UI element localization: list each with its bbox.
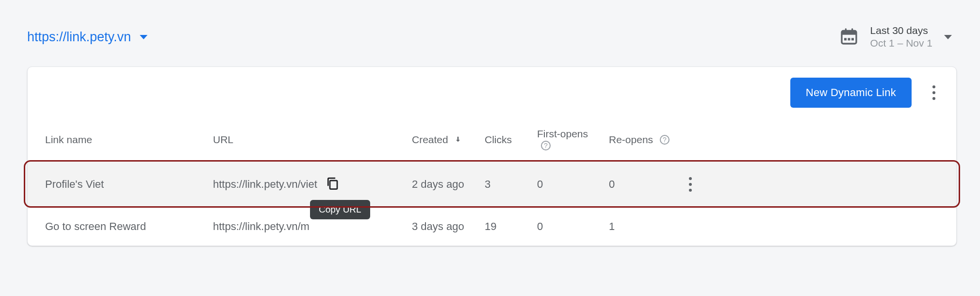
- col-url[interactable]: URL: [207, 118, 406, 162]
- domain-selector[interactable]: https://link.pety.vn: [27, 30, 147, 45]
- cell-link-name: Profile's Viet: [28, 161, 207, 207]
- col-link-name[interactable]: Link name: [28, 118, 207, 162]
- date-range-selector[interactable]: Last 30 days Oct 1 – Nov 1: [839, 24, 957, 50]
- svg-rect-1: [842, 31, 856, 34]
- cell-created: 2 days ago: [406, 161, 479, 207]
- cell-clicks: 3: [479, 161, 531, 207]
- new-dynamic-link-button[interactable]: New Dynamic Link: [790, 78, 912, 108]
- cell-actions: [676, 207, 713, 246]
- cell-url: https://link.pety.vn/vietCopy URL: [207, 161, 406, 207]
- cell-created: 3 days ago: [406, 207, 479, 246]
- table-row[interactable]: Profile's Viethttps://link.pety.vn/vietC…: [28, 161, 956, 207]
- cell-link-name: Go to screen Reward: [28, 207, 207, 246]
- cell-first-opens: 0: [531, 161, 603, 207]
- help-icon[interactable]: [660, 135, 670, 145]
- sort-desc-icon: [454, 134, 462, 145]
- date-range-value: Oct 1 – Nov 1: [870, 37, 932, 49]
- card-overflow-menu[interactable]: [925, 82, 943, 103]
- svg-rect-3: [851, 28, 853, 32]
- svg-rect-4: [844, 38, 847, 40]
- cell-clicks: 19: [479, 207, 531, 246]
- svg-rect-7: [330, 181, 337, 189]
- links-card: New Dynamic Link Link name URL Created: [27, 66, 957, 246]
- cell-re-opens: 1: [603, 207, 676, 246]
- copy-icon[interactable]: [325, 176, 340, 193]
- cell-re-opens: 0: [603, 161, 676, 207]
- url-text: https://link.pety.vn/m: [213, 220, 310, 233]
- col-re-opens-label: Re-opens: [609, 134, 653, 145]
- date-range-text: Last 30 days Oct 1 – Nov 1: [870, 24, 932, 50]
- cell-actions: [676, 161, 713, 207]
- table-row[interactable]: Go to screen Rewardhttps://link.pety.vn/…: [28, 207, 956, 246]
- col-created-label: Created: [412, 134, 448, 145]
- url-text: https://link.pety.vn/viet: [213, 178, 317, 191]
- date-range-label: Last 30 days: [870, 24, 932, 37]
- links-table: Link name URL Created Clicks First-opens: [28, 118, 956, 246]
- col-first-opens-label: First-opens: [537, 128, 588, 139]
- calendar-icon: [839, 27, 859, 48]
- col-created[interactable]: Created: [406, 118, 479, 162]
- caret-down-icon: [140, 35, 147, 39]
- svg-rect-6: [851, 38, 854, 40]
- cell-url: https://link.pety.vn/m: [207, 207, 406, 246]
- row-overflow-menu[interactable]: [682, 174, 699, 195]
- col-first-opens[interactable]: First-opens: [531, 118, 603, 162]
- svg-rect-2: [845, 28, 846, 32]
- cell-first-opens: 0: [531, 207, 603, 246]
- help-icon[interactable]: [541, 141, 551, 150]
- svg-rect-5: [848, 38, 850, 40]
- col-re-opens[interactable]: Re-opens: [603, 118, 676, 162]
- caret-down-icon: [944, 35, 952, 39]
- col-clicks[interactable]: Clicks: [479, 118, 531, 162]
- col-actions: [676, 118, 713, 162]
- domain-label: https://link.pety.vn: [27, 30, 131, 45]
